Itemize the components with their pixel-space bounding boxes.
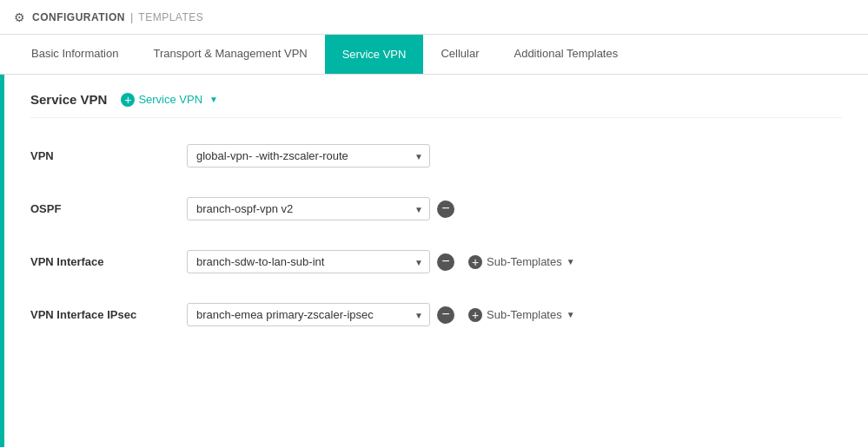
add-service-vpn-button[interactable]: + Service VPN ▼ [121, 93, 218, 107]
ospf-select[interactable]: branch-ospf-vpn v2 [187, 197, 430, 220]
tab-basic-information[interactable]: Basic Information [14, 35, 136, 74]
section-header: Service VPN + Service VPN ▼ [30, 92, 842, 118]
header-divider: | [130, 10, 133, 23]
vpn-interface-sub-templates-arrow: ▼ [567, 257, 575, 266]
vpn-row: VPN global-vpn- -with-zscaler-route ▼ [30, 139, 842, 173]
vpn-select[interactable]: global-vpn- -with-zscaler-route [187, 144, 430, 168]
content-area: Service VPN + Service VPN ▼ VPN global-v… [0, 75, 868, 447]
vpn-interface-ipsec-row: VPN Interface IPsec branch-emea primary-… [30, 298, 842, 332]
add-service-label: Service VPN [138, 93, 202, 106]
vpn-interface-ipsec-remove-button[interactable]: − [437, 306, 454, 324]
header-title: CONFIGURATION [32, 11, 125, 23]
vpn-interface-ipsec-remove-icon: − [441, 307, 449, 321]
vpn-interface-ipsec-sub-templates-button[interactable]: + Sub-Templates ▼ [468, 308, 575, 322]
ospf-row: OSPF branch-ospf-vpn v2 ▼ − [30, 192, 842, 226]
header-bar: ⚙ CONFIGURATION | TEMPLATES [0, 0, 868, 35]
vpn-interface-sub-templates-button[interactable]: + Sub-Templates ▼ [468, 255, 575, 269]
ospf-remove-button[interactable]: − [437, 200, 454, 218]
tab-additional-templates[interactable]: Additional Templates [496, 35, 635, 74]
vpn-interface-row: VPN Interface branch-sdw-to-lan-sub-int … [30, 245, 842, 279]
tab-cellular[interactable]: Cellular [423, 35, 496, 74]
header-subtitle: TEMPLATES [138, 11, 203, 23]
ipsec-sub-templates-plus-icon: + [468, 308, 482, 322]
tab-service-vpn[interactable]: Service VPN [325, 35, 424, 74]
add-service-dropdown-arrow: ▼ [209, 95, 218, 104]
gear-icon: ⚙ [14, 10, 25, 24]
vpn-interface-remove-icon: − [441, 254, 449, 268]
vpn-interface-ipsec-sub-templates-arrow: ▼ [567, 310, 575, 319]
vpn-interface-remove-button[interactable]: − [437, 253, 454, 271]
vpn-interface-controls: branch-sdw-to-lan-sub-int ▼ − + Sub-Temp… [187, 250, 575, 273]
vpn-interface-select[interactable]: branch-sdw-to-lan-sub-int [187, 250, 430, 273]
tab-navigation: Basic Information Transport & Management… [0, 35, 868, 75]
vpn-interface-ipsec-controls: branch-emea primary-zscaler-ipsec ▼ − + … [187, 303, 575, 326]
vpn-interface-ipsec-label: VPN Interface IPsec [30, 308, 187, 321]
ospf-select-wrapper: branch-ospf-vpn v2 ▼ [187, 197, 430, 220]
add-circle-icon: + [121, 93, 135, 107]
vpn-interface-ipsec-sub-templates-label: Sub-Templates [487, 308, 562, 321]
vpn-controls: global-vpn- -with-zscaler-route ▼ [187, 144, 430, 168]
section-title: Service VPN [30, 92, 107, 107]
vpn-select-wrapper: global-vpn- -with-zscaler-route ▼ [187, 144, 430, 168]
ospf-label: OSPF [30, 202, 187, 215]
page-wrapper: ⚙ CONFIGURATION | TEMPLATES Basic Inform… [0, 0, 868, 447]
vpn-interface-select-wrapper: branch-sdw-to-lan-sub-int ▼ [187, 250, 430, 273]
vpn-label: VPN [30, 149, 187, 162]
ospf-controls: branch-ospf-vpn v2 ▼ − [187, 197, 454, 220]
main-content: Service VPN + Service VPN ▼ VPN global-v… [4, 75, 868, 447]
tab-transport-management-vpn[interactable]: Transport & Management VPN [136, 35, 324, 74]
vpn-interface-ipsec-select[interactable]: branch-emea primary-zscaler-ipsec [187, 303, 430, 326]
vpn-interface-label: VPN Interface [30, 255, 187, 268]
vpn-interface-sub-templates-label: Sub-Templates [487, 255, 562, 268]
ospf-remove-icon: − [441, 201, 449, 215]
sub-templates-plus-icon: + [468, 255, 482, 269]
vpn-interface-ipsec-select-wrapper: branch-emea primary-zscaler-ipsec ▼ [187, 303, 430, 326]
